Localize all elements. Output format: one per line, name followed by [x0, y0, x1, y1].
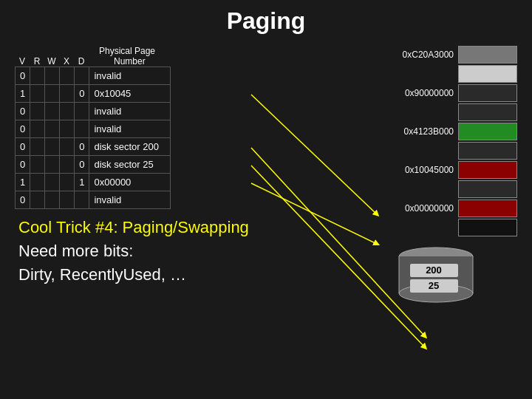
memory-address: 0xC20A3000	[384, 50, 458, 60]
cell-ppn-1: 0x10045	[89, 85, 171, 103]
memory-row	[384, 65, 517, 83]
table-row: 0invalid	[16, 103, 171, 120]
memory-row: 0x90000000	[384, 84, 517, 102]
cell-w-7	[45, 191, 60, 209]
memory-row	[384, 103, 517, 121]
cool-trick-value: Paging/Swapping	[123, 218, 249, 236]
memory-row	[384, 142, 517, 160]
cell-w-3	[45, 120, 60, 138]
col-header-ppn: Physical PageNumber	[89, 46, 177, 66]
cell-v-3: 0	[16, 120, 30, 138]
cell-w-1	[45, 85, 60, 103]
cell-x-1	[60, 85, 75, 103]
cell-d-1: 0	[75, 85, 89, 103]
cell-x-5	[60, 156, 75, 174]
cell-v-0: 0	[16, 67, 30, 85]
table-row: 110x00000	[16, 174, 171, 191]
cell-r-6	[30, 174, 45, 191]
cell-w-2	[45, 103, 60, 120]
cell-w-5	[45, 156, 60, 174]
cell-v-2: 0	[16, 103, 30, 120]
memory-row	[384, 180, 517, 198]
memory-row: 0x10045000	[384, 161, 517, 179]
page-title: Paging	[0, 0, 532, 35]
memory-address: 0x10045000	[384, 165, 458, 175]
memory-address: 0x90000000	[384, 88, 458, 98]
cell-d-7	[75, 191, 89, 209]
disk-icon: 200 25	[392, 245, 480, 304]
memory-row	[384, 219, 517, 236]
cell-v-1: 1	[16, 85, 30, 103]
memory-block	[458, 103, 517, 121]
page-table: 0invalid100x100450invalid0invalid00disk …	[15, 66, 171, 209]
cell-d-4: 0	[75, 138, 89, 156]
cell-ppn-5: disk sector 25	[89, 156, 171, 174]
table-row: 100x10045	[16, 85, 171, 103]
table-row: 00disk sector 25	[16, 156, 171, 174]
cell-x-0	[60, 67, 75, 85]
memory-block	[458, 142, 517, 160]
cell-w-4	[45, 138, 60, 156]
cell-ppn-3: invalid	[89, 120, 171, 138]
cell-r-0	[30, 67, 45, 85]
memory-row: 0xC20A3000	[384, 46, 517, 64]
cell-v-5: 0	[16, 156, 30, 174]
cell-d-3	[75, 120, 89, 138]
cell-w-0	[45, 67, 60, 85]
cell-r-1	[30, 85, 45, 103]
table-row: 0invalid	[16, 120, 171, 138]
cell-r-2	[30, 103, 45, 120]
memory-block	[458, 84, 517, 102]
memory-block	[458, 65, 517, 83]
col-header-x: X	[59, 56, 74, 66]
cell-x-7	[60, 191, 75, 209]
cell-ppn-7: invalid	[89, 191, 171, 209]
svg-text:25: 25	[429, 280, 439, 291]
cell-ppn-2: invalid	[89, 103, 171, 120]
col-header-number: Number	[99, 56, 146, 66]
dirty-text: Dirty, RecentlyUsed, …	[18, 265, 369, 284]
need-more-text: Need more bits:	[18, 242, 369, 261]
col-header-r: R	[30, 56, 44, 66]
cell-x-2	[60, 103, 75, 120]
memory-block	[458, 219, 517, 236]
cell-ppn-4: disk sector 200	[89, 138, 171, 156]
col-header-w: W	[44, 56, 59, 66]
memory-row: 0x4123B000	[384, 123, 517, 140]
memory-row: 0x00000000	[384, 200, 517, 217]
cell-r-3	[30, 120, 45, 138]
table-row: 0invalid	[16, 67, 171, 85]
col-header-d: D	[74, 56, 89, 66]
table-row: 00disk sector 200	[16, 138, 171, 156]
cell-x-6	[60, 174, 75, 191]
cell-ppn-6: 0x00000	[89, 174, 171, 191]
cell-v-7: 0	[16, 191, 30, 209]
cool-trick-text: Cool Trick #4: Paging/Swapping	[18, 218, 369, 237]
cell-r-5	[30, 156, 45, 174]
cell-r-7	[30, 191, 45, 209]
memory-block	[458, 200, 517, 217]
cell-r-4	[30, 138, 45, 156]
cell-d-5: 0	[75, 156, 89, 174]
memory-panel: 0xC20A30000x900000000x4123B0000x10045000…	[384, 42, 517, 307]
cell-x-3	[60, 120, 75, 138]
memory-block	[458, 123, 517, 140]
col-header-v: V	[15, 56, 30, 66]
table-row: 0invalid	[16, 191, 171, 209]
cell-v-4: 0	[16, 138, 30, 156]
memory-block	[458, 46, 517, 64]
memory-address: 0x4123B000	[384, 126, 458, 137]
cell-x-4	[60, 138, 75, 156]
memory-block	[458, 180, 517, 198]
cell-d-2	[75, 103, 89, 120]
cell-ppn-0: invalid	[89, 67, 171, 85]
cell-v-6: 1	[16, 174, 30, 191]
cell-d-6: 1	[75, 174, 89, 191]
svg-text:200: 200	[426, 265, 442, 276]
cell-d-0	[75, 67, 89, 85]
memory-block	[458, 161, 517, 179]
cell-w-6	[45, 174, 60, 191]
memory-address: 0x00000000	[384, 203, 458, 214]
